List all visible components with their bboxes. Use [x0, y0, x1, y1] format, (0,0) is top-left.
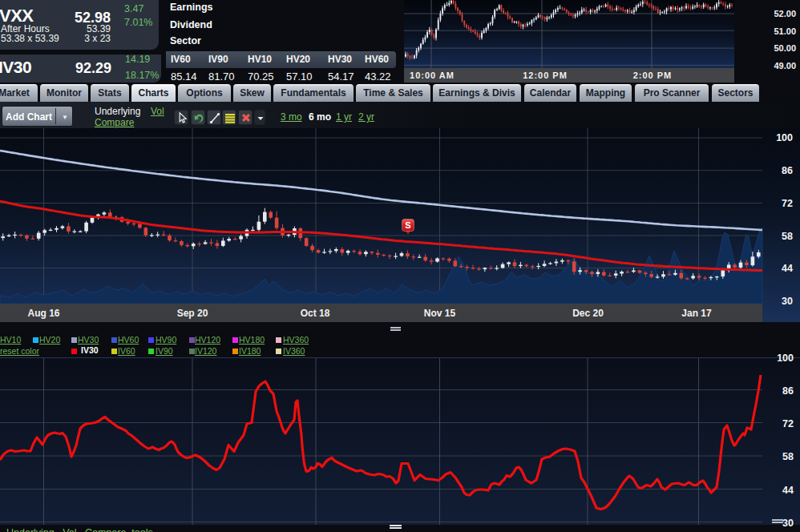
svg-text:S: S [405, 220, 410, 230]
svg-text:12:00 PM: 12:00 PM [523, 71, 568, 80]
svg-text:Oct 18: Oct 18 [301, 308, 330, 319]
svg-text:Nov 15: Nov 15 [424, 308, 456, 319]
svg-text:Aug 16: Aug 16 [27, 308, 59, 319]
svg-text:2:00 PM: 2:00 PM [633, 71, 673, 80]
svg-text:Sep 20: Sep 20 [177, 308, 208, 319]
svg-text:10:00 AM: 10:00 AM [410, 71, 455, 80]
svg-text:Dec 20: Dec 20 [572, 308, 604, 319]
svg-text:Jan 17: Jan 17 [681, 308, 712, 319]
